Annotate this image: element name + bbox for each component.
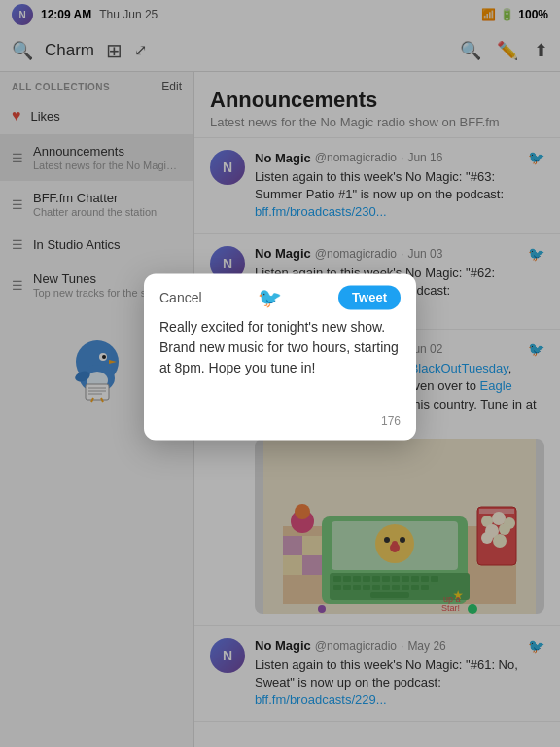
tweet-dialog: Cancel 🐦 Tweet Really excited for tonigh… [144, 273, 416, 440]
dialog-toolbar: Cancel 🐦 Tweet [144, 273, 416, 317]
dialog-cancel-button[interactable]: Cancel [159, 290, 202, 305]
dialog-tweet-button[interactable]: Tweet [338, 285, 401, 309]
dialog-twitter-bird-icon: 🐦 [258, 286, 282, 309]
dialog-char-count: 176 [381, 414, 401, 428]
dialog-body: Really excited for tonight's new show. B… [144, 317, 416, 410]
dialog-footer: 176 [144, 410, 416, 440]
tweet-compose-input[interactable]: Really excited for tonight's new show. B… [159, 317, 401, 395]
